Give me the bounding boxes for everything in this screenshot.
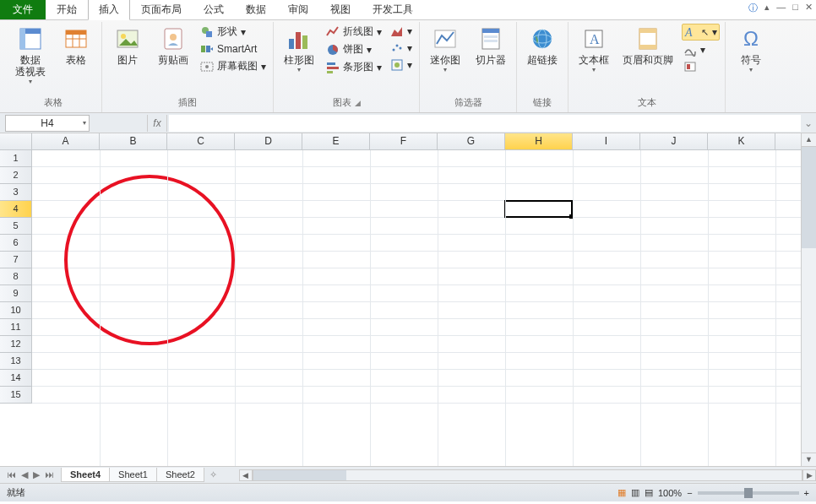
sheet-nav-last-icon[interactable]: ⏭ [43,469,56,480]
sheet-tab-sheet4[interactable]: Sheet4 [61,468,110,482]
column-header[interactable]: G [438,133,505,149]
row-cells[interactable] [32,370,816,387]
column-header[interactable]: I [573,133,640,149]
row-header[interactable]: 4 [0,201,32,218]
row-header[interactable]: 5 [0,218,32,235]
tab-home[interactable]: 开始 [46,0,88,19]
area-chart-button[interactable]: ▾ [389,24,414,39]
tab-data[interactable]: 数据 [235,0,277,19]
row-cells[interactable] [32,150,816,167]
tab-review[interactable]: 审阅 [277,0,319,19]
row-header[interactable]: 10 [0,302,32,319]
hscroll-track[interactable] [253,469,802,481]
sheet-nav-first-icon[interactable]: ⏮ [5,469,18,480]
object-button[interactable] [682,59,720,74]
scroll-up-icon[interactable]: ▲ [802,133,816,147]
row-header[interactable]: 12 [0,336,32,353]
signature-button[interactable]: ▾ [682,42,720,57]
bar-chart-button[interactable]: 条形图 ▾ [324,59,384,75]
name-box[interactable]: H4▾ [5,115,90,132]
shapes-button[interactable]: 形状 ▾ [199,24,268,40]
tab-dev[interactable]: 开发工具 [362,0,424,19]
row-header[interactable]: 11 [0,319,32,336]
column-header[interactable]: A [32,133,100,149]
zoom-slider[interactable] [698,491,799,495]
ribbon-minimize-icon[interactable]: ▴ [764,2,770,14]
column-header[interactable]: E [302,133,370,149]
scroll-down-icon[interactable]: ▼ [802,453,816,466]
column-chart-button[interactable]: 柱形图 ▾ [279,24,319,75]
row-header[interactable]: 2 [0,167,32,184]
sheet-tab-sheet1[interactable]: Sheet1 [109,468,157,482]
zoom-out-icon[interactable]: − [687,488,692,498]
pie-chart-button[interactable]: 饼图 ▾ [324,41,384,57]
pivot-table-button[interactable]: 数据 透视表 ▾ [10,24,51,87]
sparkline-button[interactable]: 迷你图 ▾ [425,24,465,75]
column-header[interactable]: K [708,133,775,149]
formula-expand-icon[interactable]: ⌄ [801,117,816,129]
hscroll-thumb[interactable] [253,470,346,480]
other-chart-button[interactable]: ▾ [389,57,414,73]
screenshot-button[interactable]: 屏幕截图 ▾ [199,58,268,74]
row-header[interactable]: 13 [0,353,32,370]
clipart-button[interactable]: 剪贴画 [153,24,193,68]
view-layout-icon[interactable]: ▥ [631,487,639,498]
worksheet-grid[interactable]: ABCDEFGHIJK 123456789101112131415 ▲ ▼ [0,133,816,466]
row-header[interactable]: 1 [0,150,32,167]
drawn-shape-ellipse[interactable] [64,175,235,345]
slicer-button[interactable]: 切片器 [471,24,511,68]
sheet-nav-next-icon[interactable]: ▶ [31,469,41,480]
select-all-corner[interactable] [0,133,32,149]
row-cells[interactable] [32,387,816,404]
vertical-scrollbar[interactable]: ▲ ▼ [801,133,816,466]
help-icon[interactable]: ⓘ [748,2,758,14]
table-button[interactable]: 表格 [56,24,96,68]
tab-file[interactable]: 文件 [0,0,46,19]
row-header[interactable]: 14 [0,370,32,387]
formula-input[interactable] [169,115,801,132]
row-header[interactable]: 6 [0,235,32,252]
tab-view[interactable]: 视图 [319,0,362,19]
tab-formula[interactable]: 公式 [193,0,235,19]
sheet-tab-sheet2[interactable]: Sheet2 [156,468,204,482]
row-header[interactable]: 7 [0,252,32,268]
column-header[interactable]: B [100,133,167,149]
fx-icon[interactable]: fx [147,115,167,132]
scatter-chart-button[interactable]: ▾ [389,41,414,56]
textbox-button[interactable]: A 文本框 ▾ [574,24,614,75]
header-footer-button[interactable]: 页眉和页脚 [619,24,677,68]
column-header[interactable]: J [640,133,708,149]
row-header[interactable]: 9 [0,285,32,302]
smartart-button[interactable]: SmartArt [199,41,268,57]
row-header[interactable]: 15 [0,387,32,404]
scroll-right-icon[interactable]: ▶ [802,469,816,481]
line-chart-button[interactable]: 折线图 ▾ [324,24,384,40]
sheet-nav-prev-icon[interactable]: ◀ [19,469,30,480]
chevron-down-icon[interactable]: ▾ [83,119,86,127]
scroll-thumb[interactable] [802,147,816,248]
symbol-button[interactable]: Ω 符号 ▾ [731,24,771,75]
column-header[interactable]: C [167,133,235,149]
zoom-value[interactable]: 100% [658,488,682,498]
wordart-button[interactable]: A↖▾ [682,24,720,41]
zoom-thumb[interactable] [744,488,753,498]
horizontal-scrollbar[interactable]: ◀ ▶ [239,469,816,481]
hyperlink-button[interactable]: 超链接 [522,24,563,68]
row-header[interactable]: 8 [0,268,32,285]
view-normal-icon[interactable]: ▦ [617,487,626,498]
minimize-icon[interactable]: — [776,2,786,14]
column-header[interactable]: F [370,133,438,149]
column-header[interactable]: H [505,133,573,149]
scroll-left-icon[interactable]: ◀ [239,469,253,481]
restore-icon[interactable]: □ [792,2,798,14]
dialog-launcher-icon[interactable]: ◢ [355,99,361,107]
tab-layout[interactable]: 页面布局 [130,0,193,19]
row-cells[interactable] [32,353,816,370]
tab-insert[interactable]: 插入 [88,0,130,20]
column-header[interactable]: D [235,133,302,149]
row-header[interactable]: 3 [0,184,32,201]
close-icon[interactable]: ✕ [805,2,813,14]
new-sheet-icon[interactable]: ✧ [204,468,222,482]
zoom-in-icon[interactable]: + [804,488,809,498]
view-break-icon[interactable]: ▤ [645,487,653,498]
